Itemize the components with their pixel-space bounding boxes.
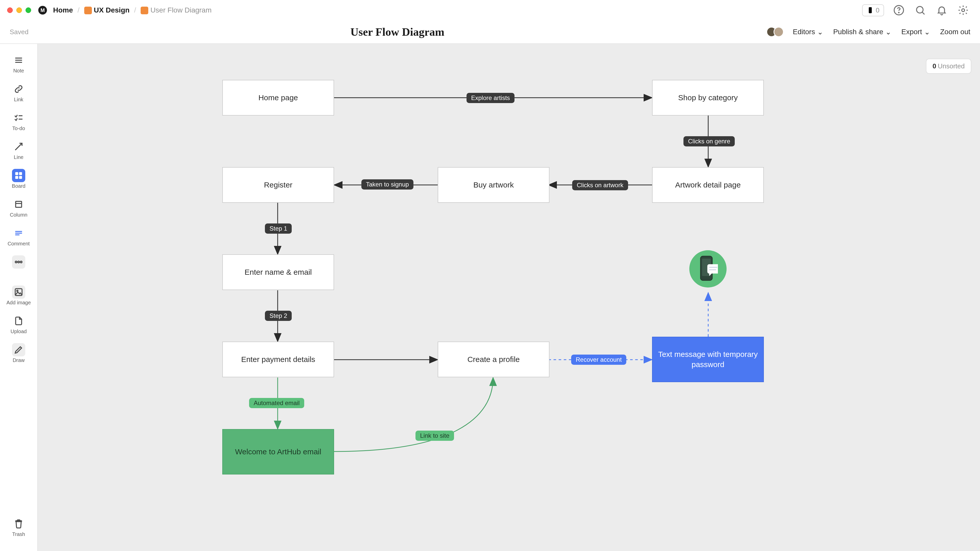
home-badge-icon[interactable]: M [38,6,47,14]
top-bar: M Home / UX Design / User Flow Diagram 0 [0,0,980,21]
svg-point-24 [21,261,22,263]
board-icon [12,169,25,182]
edge-label-explore[interactable]: Explore artists [466,93,514,103]
node-name-email[interactable]: Enter name & email [222,254,334,290]
close-window-icon[interactable] [7,7,13,13]
breadcrumb-folder-ux[interactable]: UX Design [84,6,130,14]
svg-rect-16 [19,176,22,179]
tool-todo[interactable]: To-do [6,109,31,136]
column-icon [12,198,25,211]
tool-note[interactable]: Note [6,51,31,78]
node-profile[interactable]: Create a profile [438,341,549,377]
breadcrumb-home[interactable]: Home [53,6,73,14]
svg-line-12 [15,143,22,150]
edge-label-taken-signup[interactable]: Taken to signup [361,179,414,189]
canvas[interactable]: 0Unsorted Home page Shop by category Ar [38,44,980,551]
save-status: Saved [10,28,29,36]
tool-upload[interactable]: Upload [6,312,31,339]
svg-point-23 [18,261,20,263]
gear-icon [958,5,969,16]
svg-rect-28 [18,520,20,521]
comment-icon [12,227,25,240]
folder-icon [141,6,148,14]
node-shop-category[interactable]: Shop by category [652,80,764,116]
avatar [773,27,784,37]
folder-icon [84,6,92,14]
tool-more[interactable] [6,253,31,273]
minimize-window-icon[interactable] [16,7,22,13]
note-icon [12,54,25,67]
editor-avatars[interactable] [767,27,784,37]
tool-add-image[interactable]: Add image [6,283,31,310]
svg-point-26 [17,290,18,292]
left-toolbar: Note Link To-do Line Board Column Commen… [0,44,38,551]
tool-draw[interactable]: Draw [6,341,31,368]
edge-label-link-site[interactable]: Link to site [415,430,454,441]
zoom-out-button[interactable]: Zoom out [940,28,970,36]
pencil-icon [12,343,25,356]
svg-rect-14 [19,172,22,175]
todo-icon [12,111,25,124]
mobile-preview-button[interactable]: 0 [862,4,884,16]
edge-label-step1[interactable]: Step 1 [265,224,292,233]
tool-link[interactable]: Link [6,80,31,107]
help-button[interactable] [892,3,905,17]
tool-comment[interactable]: Comment [6,224,31,251]
title-right-actions: Editors⌄ Publish & share⌄ Export⌄ Zoom o… [767,27,970,37]
edge-label-auto-email[interactable]: Automated email [249,398,304,408]
top-right-actions: 0 [862,3,970,17]
trash-icon [12,517,25,530]
phone-icon [867,6,874,14]
node-welcome-email[interactable]: Welcome to ArtHub email [222,429,334,475]
image-icon [12,286,25,299]
svg-rect-15 [15,176,18,179]
node-payment[interactable]: Enter payment details [222,341,334,377]
phone-bubble-icon [698,255,718,283]
edge-label-step2[interactable]: Step 2 [265,311,292,321]
line-icon [12,140,25,153]
chevron-down-icon: ⌄ [817,28,823,36]
edge-label-genre[interactable]: Clicks on genre [683,136,735,146]
tool-trash[interactable]: Trash [6,514,31,542]
notifications-button[interactable] [935,3,948,17]
help-icon [893,5,904,16]
svg-rect-0 [869,7,872,13]
ellipsis-icon [12,256,25,268]
breadcrumb-separator: / [78,6,80,14]
chevron-down-icon: ⌄ [885,28,891,36]
breadcrumb-current: User Flow Diagram [141,6,212,14]
node-artwork-detail[interactable]: Artwork detail page [652,167,764,203]
chevron-down-icon: ⌄ [924,28,930,36]
node-buy-artwork[interactable]: Buy artwork [438,167,549,203]
svg-rect-13 [15,172,18,175]
upload-icon [12,314,25,327]
search-icon [915,5,926,16]
search-button[interactable] [914,3,927,17]
node-register[interactable]: Register [222,167,334,203]
bell-icon [936,5,947,16]
sms-phone-icon[interactable] [689,250,727,287]
title-bar: Saved User Flow Diagram Editors⌄ Publish… [0,21,980,44]
window-controls [7,7,31,13]
edge-label-recover[interactable]: Recover account [571,354,626,365]
edge-label-clicks-artwork[interactable]: Clicks on artwork [572,180,628,190]
svg-point-22 [15,261,17,263]
export-dropdown[interactable]: Export⌄ [901,28,930,36]
editors-dropdown[interactable]: Editors⌄ [793,28,823,36]
maximize-window-icon[interactable] [25,7,31,13]
settings-button[interactable] [956,3,970,17]
breadcrumb: M Home / UX Design / User Flow Diagram [38,6,212,14]
publish-share-dropdown[interactable]: Publish & share⌄ [833,28,891,36]
tool-column[interactable]: Column [6,195,31,222]
tool-board[interactable]: Board [6,166,31,194]
flow-edges [38,44,980,551]
svg-point-3 [899,12,899,13]
svg-rect-17 [16,201,21,207]
link-icon [12,83,25,96]
tool-line[interactable]: Line [6,138,31,165]
node-home-page[interactable]: Home page [222,80,334,116]
node-sms[interactable]: Text message with temporary password [652,337,764,382]
page-title[interactable]: User Flow Diagram [29,25,767,38]
svg-line-5 [922,12,924,14]
breadcrumb-separator: / [134,6,136,14]
